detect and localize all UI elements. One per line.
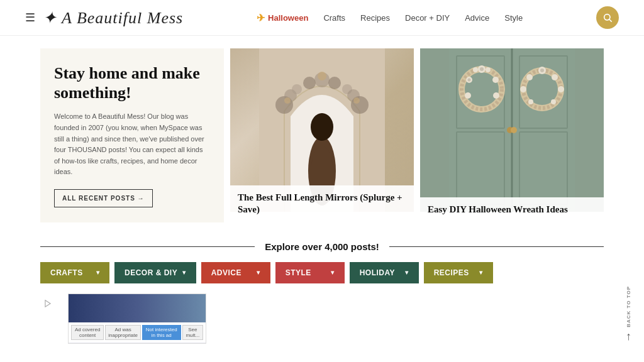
hamburger-icon[interactable]: ☰ <box>25 11 35 25</box>
mirror-card-caption: The Best Full Length Mirrors (Splurge + … <box>230 185 414 222</box>
nav-advice[interactable]: Advice <box>465 13 489 23</box>
hero-section: Stay home and make something! Welcome to… <box>40 48 604 222</box>
svg-line-1 <box>609 19 612 22</box>
svg-point-37 <box>493 92 499 99</box>
wreath-card-title: Easy DIY Halloween Wreath Ideas <box>428 204 596 216</box>
ad-feedback-covered[interactable]: Ad covered content <box>71 325 104 340</box>
hero-description: Welcome to A Beautiful Mess! Our blog wa… <box>54 111 210 178</box>
style-chevron-icon: ▾ <box>331 269 335 276</box>
svg-point-46 <box>526 74 533 80</box>
category-crafts-button[interactable]: CRAFTS ▾ <box>40 262 109 283</box>
svg-point-0 <box>604 14 610 20</box>
svg-marker-50 <box>45 300 50 307</box>
holiday-chevron-icon: ▾ <box>405 269 409 276</box>
nav-halloween[interactable]: ✈ Halloween <box>257 12 308 24</box>
category-advice-button[interactable]: ADVICE ▾ <box>201 262 270 283</box>
decor-chevron-icon: ▾ <box>182 269 186 276</box>
holiday-label: HOLIDAY <box>360 268 395 277</box>
explore-line-right <box>389 246 604 247</box>
svg-point-17 <box>311 113 333 141</box>
hero-title: Stay home and make something! Welcome to… <box>54 63 210 189</box>
svg-point-13 <box>318 72 326 80</box>
ad-feedback-inappropriate[interactable]: Ad was inappropriate <box>105 325 141 340</box>
advice-label: ADVICE <box>211 268 242 277</box>
svg-point-49 <box>551 99 556 104</box>
svg-point-44 <box>520 86 526 92</box>
svg-point-36 <box>492 77 499 83</box>
crafts-label: CRAFTS <box>50 268 83 277</box>
svg-point-5 <box>292 84 302 94</box>
svg-point-35 <box>465 92 471 99</box>
explore-header: Explore over 4,000 posts! <box>40 241 604 252</box>
search-button[interactable] <box>596 6 619 29</box>
crafts-chevron-icon: ▾ <box>96 269 100 276</box>
back-to-top-label: BACK TO TOP <box>626 286 631 327</box>
svg-point-47 <box>552 74 558 80</box>
svg-point-8 <box>328 77 341 89</box>
svg-point-43 <box>540 69 544 72</box>
back-to-top-button[interactable]: BACK TO TOP ↑ <box>626 286 631 343</box>
hero-text-card: Stay home and make something! Welcome to… <box>40 48 224 222</box>
category-style-button[interactable]: STYLE ▾ <box>275 262 345 283</box>
svg-point-32 <box>480 67 484 71</box>
wreath-card-caption: Easy DIY Halloween Wreath Ideas <box>420 197 604 222</box>
mirror-card[interactable]: The Best Full Length Mirrors (Splurge + … <box>230 48 414 222</box>
ad-content: Ad covered content Ad was inappropriate … <box>68 293 206 344</box>
ad-image <box>69 294 206 322</box>
nav-crafts[interactable]: Crafts <box>323 13 345 23</box>
ad-feedback: Ad covered content Ad was inappropriate … <box>69 322 206 343</box>
nav-recipes[interactable]: Recipes <box>360 13 390 23</box>
decor-label: DECOR & DIY <box>125 268 177 277</box>
ad-feedback-see-more[interactable]: See mult... <box>182 325 203 340</box>
svg-point-28 <box>511 127 517 133</box>
svg-point-14 <box>353 97 360 104</box>
explore-title: Explore over 4,000 posts! <box>265 241 379 252</box>
explore-line-left <box>40 246 255 247</box>
nav-decor[interactable]: Decor + DIY <box>405 13 450 23</box>
svg-point-6 <box>303 77 316 89</box>
all-recent-posts-button[interactable]: ALL RECENT POSTS → <box>54 189 153 207</box>
advice-chevron-icon: ▾ <box>257 269 260 276</box>
svg-point-34 <box>468 79 471 82</box>
svg-point-45 <box>558 86 564 92</box>
explore-section: Explore over 4,000 posts! CRAFTS ▾ DECOR… <box>40 241 604 283</box>
category-decor-button[interactable]: DECOR & DIY ▾ <box>114 262 196 283</box>
category-holiday-button[interactable]: HOLIDAY ▾ <box>350 262 419 283</box>
svg-rect-21 <box>515 52 572 209</box>
site-logo[interactable]: ✦ A Beautiful Mess <box>43 8 183 28</box>
svg-point-11 <box>351 96 369 114</box>
main-nav: ✈ Halloween Crafts Recipes Decor + DIY A… <box>257 12 523 24</box>
category-recipes-button[interactable]: RECIPES ▾ <box>424 262 493 283</box>
recipes-chevron-icon: ▾ <box>479 269 483 276</box>
nav-halloween-label: Halloween <box>268 13 308 23</box>
back-to-top-arrow-icon: ↑ <box>626 330 631 343</box>
ad-area: Ad covered content Ad was inappropriate … <box>40 293 604 344</box>
ad-feedback-not-interested[interactable]: Not interested in this ad <box>142 325 181 340</box>
svg-point-12 <box>284 97 291 104</box>
svg-point-48 <box>528 99 533 104</box>
site-header: ☰ ✦ A Beautiful Mess ✈ Halloween Crafts … <box>0 0 644 36</box>
logo-text: ✦ A Beautiful Mess <box>43 9 183 27</box>
style-label: STYLE <box>286 268 311 277</box>
category-buttons: CRAFTS ▾ DECOR & DIY ▾ ADVICE ▾ STYLE ▾ … <box>40 262 604 283</box>
mirror-card-title: The Best Full Length Mirrors (Splurge + … <box>238 192 406 216</box>
wreath-card[interactable]: Easy DIY Halloween Wreath Ideas <box>420 48 604 222</box>
nav-style[interactable]: Style <box>504 13 523 23</box>
svg-point-38 <box>486 67 491 72</box>
recipes-label: RECIPES <box>434 268 469 277</box>
ad-icon <box>40 296 55 311</box>
halloween-icon: ✈ <box>257 12 265 24</box>
main-content: Stay home and make something! Welcome to… <box>20 36 624 356</box>
svg-rect-20 <box>452 52 509 209</box>
svg-point-39 <box>473 67 478 72</box>
header-left: ☰ ✦ A Beautiful Mess <box>25 8 183 28</box>
